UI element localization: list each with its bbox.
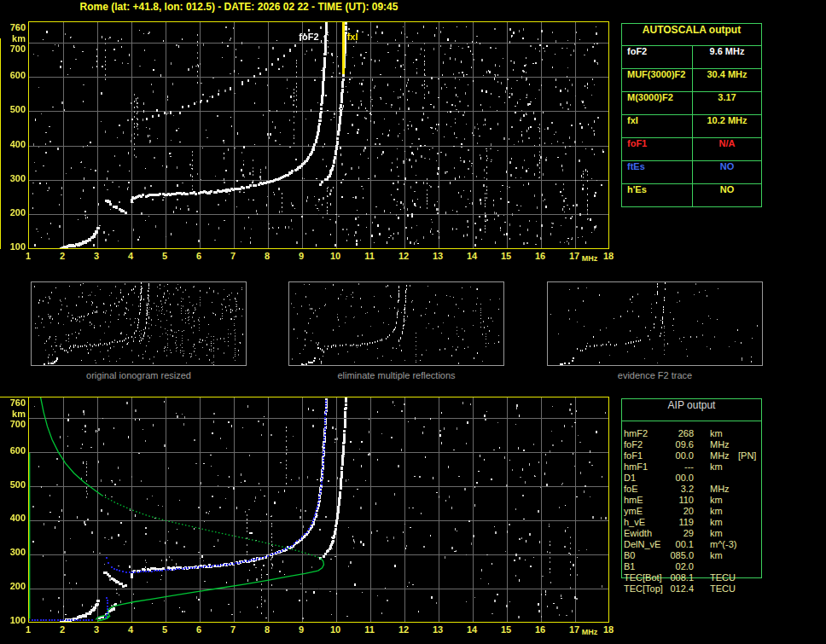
x-tick-13: 13	[425, 624, 451, 636]
aip-value: 110	[668, 495, 694, 506]
aip-row-hmF2: hmF2268km	[621, 428, 766, 439]
aip-value: 012.4	[668, 583, 694, 595]
x-tick-2: 2	[49, 624, 75, 636]
y-tick-700: 700	[2, 44, 26, 55]
x-tick-7: 7	[220, 624, 246, 636]
autoscala-row-foF2: foF29.6 MHz	[622, 46, 761, 69]
autoscala-row-value: 10.2 MHz	[693, 115, 761, 137]
y-tick-400: 400	[2, 139, 26, 151]
aip-note	[738, 484, 766, 495]
x-tick-12: 12	[391, 624, 416, 636]
aip-value: 119	[668, 517, 694, 528]
aip-note	[738, 572, 766, 583]
aip-note	[738, 473, 766, 484]
aip-note	[738, 539, 766, 550]
aip-row-foF1: foF100.0MHz[PN]	[621, 450, 766, 461]
y-tick-300: 300	[2, 547, 26, 559]
x-tick-4: 4	[118, 251, 143, 263]
autoscala-row-value: NO	[693, 161, 761, 183]
aip-unit: MHz	[694, 450, 738, 461]
aip-label: hmF1	[624, 461, 668, 473]
y-tick-200: 200	[2, 207, 26, 219]
y-axis-unit-label: km	[2, 409, 26, 421]
aip-row-DelN_vE: DelN_vE00.1m^(-3)	[621, 539, 766, 550]
aip-label: D1	[624, 473, 668, 484]
x-tick-1: 1	[15, 251, 41, 263]
ionogram-top-canvas	[28, 21, 609, 249]
thumbnail-caption: evidence F2 trace	[547, 370, 763, 380]
aip-value: 00.1	[668, 539, 694, 550]
aip-note: [PN]	[738, 450, 766, 461]
x-tick-8: 8	[254, 251, 280, 263]
aip-label: TEC[Top]	[624, 583, 668, 595]
aip-unit: km	[694, 495, 738, 506]
aip-unit: TECU	[694, 572, 738, 583]
thumbnail-caption: original ionogram resized	[31, 370, 247, 380]
aip-value: 008.1	[668, 572, 694, 583]
autoscala-rows: foF29.6 MHzMUF(3000)F230.4 MHzM(3000)F23…	[622, 46, 761, 206]
aip-label: TEC[Bot]	[624, 572, 668, 583]
aip-note	[738, 439, 766, 450]
y-tick-200: 200	[2, 581, 26, 593]
aip-unit: km	[694, 428, 738, 439]
aip-value: 29	[668, 528, 694, 539]
aip-row-TEC[Top]: TEC[Top]012.4TECU	[621, 583, 766, 595]
aip-label: ymE	[624, 506, 668, 517]
aip-value: ---	[668, 461, 694, 473]
aip-rows: hmF2268kmfoF209.6MHzfoF100.0MHz[PN]hmF1-…	[621, 428, 766, 595]
x-tick-5: 5	[152, 624, 177, 636]
aip-row-B1: B102.0	[621, 561, 766, 572]
x-tick-4: 4	[118, 624, 143, 636]
aip-unit: km	[694, 461, 738, 473]
x-tick-5: 5	[152, 251, 177, 263]
y-tick-600: 600	[2, 445, 26, 457]
aip-value: 3.2	[668, 484, 694, 495]
aip-unit: MHz	[694, 484, 738, 495]
autoscala-row-ftEs: ftEsNO	[622, 161, 761, 184]
chart-frame-top-edge-bottom	[0, 397, 28, 397]
page-title: Rome (lat: +41.8, lon: 012.5) - DATE: 20…	[0, 1, 478, 13]
x-tick-14: 14	[459, 251, 485, 263]
x-tick-10: 10	[323, 251, 348, 263]
x-tick-6: 6	[186, 251, 212, 263]
y-tick-400: 400	[2, 513, 26, 525]
aip-note	[738, 428, 766, 439]
autoscala-row-label: fxI	[622, 115, 693, 137]
thumbnail-caption: eliminate multiple reflections	[288, 370, 504, 380]
y-axis-unit-label: km	[2, 33, 26, 45]
autoscala-row-label: MUF(3000)F2	[622, 69, 693, 91]
aip-row-foE: foE3.2MHz	[621, 484, 766, 495]
thumbnail-eliminate-reflections: eliminate multiple reflections	[288, 281, 504, 380]
x-tick-8: 8	[254, 624, 280, 636]
x-tick-11: 11	[357, 624, 382, 636]
autoscala-row-foF1: foF1N/A	[622, 138, 761, 161]
aip-row-foF2: foF209.6MHz	[621, 439, 766, 450]
aip-note	[738, 506, 766, 517]
aip-unit: km	[694, 528, 738, 539]
x-axis-unit-label: MHz	[577, 254, 602, 266]
autoscala-row-label: M(3000)F2	[622, 92, 693, 114]
autoscala-row-h'Es: h'EsNO	[622, 184, 761, 206]
aip-label: hmF2	[624, 428, 668, 439]
aip-label: B0	[624, 550, 668, 561]
aip-row-hmE: hmE110km	[621, 495, 766, 506]
y-tick-600: 600	[2, 70, 26, 82]
autoscala-row-value: 3.17	[693, 92, 761, 114]
aip-value: 02.0	[668, 561, 694, 572]
aip-row-h_vE: h_vE119km	[621, 517, 766, 528]
aip-unit: km	[694, 517, 738, 528]
x-tick-6: 6	[186, 624, 212, 636]
y-tick-760: 760	[2, 397, 26, 409]
aip-row-B0: B0085.0km	[621, 550, 766, 561]
x-tick-12: 12	[391, 251, 416, 263]
x-tick-16: 16	[527, 624, 553, 636]
aip-note	[738, 461, 766, 473]
x-tick-11: 11	[357, 251, 382, 263]
aip-unit: m^(-3)	[694, 539, 738, 550]
aip-row-hmF1: hmF1---km	[621, 461, 766, 473]
x-tick-15: 15	[493, 624, 519, 636]
chart-frame-left-edge-top	[0, 38, 1, 249]
autoscala-row-value: NO	[693, 184, 761, 206]
autoscala-row-value: 30.4 MHz	[693, 69, 761, 91]
thumbnail-eliminate-canvas	[288, 281, 504, 366]
